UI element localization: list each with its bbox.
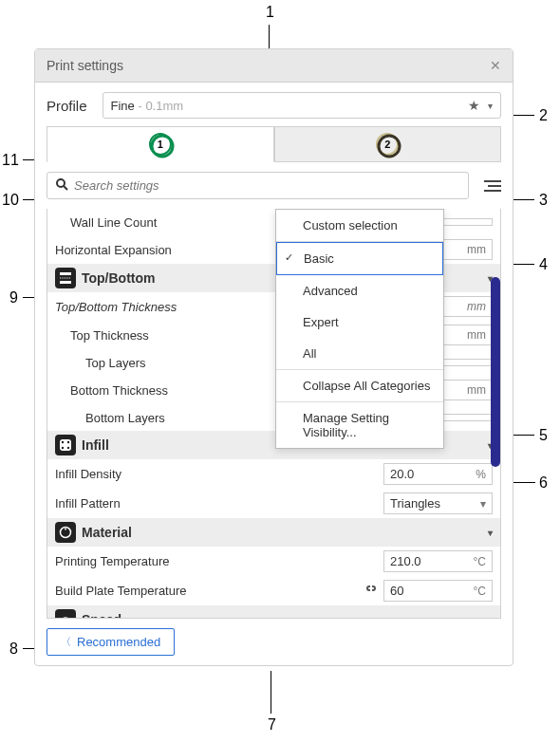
svg-rect-7 bbox=[60, 439, 71, 451]
search-row bbox=[35, 162, 513, 209]
setting-infill-pattern: Infill Pattern Triangles▾ bbox=[47, 489, 500, 518]
tab-extruder-2[interactable]: 2 bbox=[274, 126, 502, 162]
profile-label: Profile bbox=[47, 98, 87, 114]
svg-rect-4 bbox=[60, 272, 71, 275]
annotation-9: 9 bbox=[9, 289, 18, 306]
setting-printing-temp: Printing Temperature 210.0°C bbox=[47, 547, 500, 576]
profile-row: Profile Fine - 0.1mm ★ ▾ bbox=[35, 83, 513, 126]
setting-label: Build Plate Temperature bbox=[55, 584, 364, 598]
chevron-left-icon: 〈 bbox=[61, 635, 71, 649]
annotation-7: 7 bbox=[268, 716, 276, 734]
setting-input[interactable]: 60°C bbox=[383, 580, 493, 602]
setting-label: Infill Pattern bbox=[55, 496, 383, 511]
svg-rect-5 bbox=[60, 281, 71, 284]
menu-advanced[interactable]: Advanced bbox=[276, 275, 443, 306]
top-bottom-icon bbox=[55, 268, 76, 288]
print-settings-panel: Print settings ✕ Profile Fine - 0.1mm ★ … bbox=[34, 48, 513, 666]
recommended-button[interactable]: 〈 Recommended bbox=[47, 628, 175, 656]
profile-name: Fine bbox=[111, 99, 135, 113]
search-icon bbox=[55, 177, 68, 194]
settings-body: Wall Line Count Horizontal Expansion mm … bbox=[35, 209, 513, 619]
category-label: Speed bbox=[82, 612, 488, 619]
setting-label: Infill Density bbox=[55, 467, 383, 481]
link-icon[interactable] bbox=[364, 583, 378, 599]
menu-expert[interactable]: Expert bbox=[276, 306, 443, 338]
close-icon[interactable]: ✕ bbox=[490, 58, 501, 73]
tab-badge-2: 2 bbox=[384, 139, 390, 150]
svg-point-9 bbox=[67, 441, 69, 443]
menu-all[interactable]: All bbox=[276, 338, 443, 369]
annotation-8: 8 bbox=[9, 641, 18, 658]
chevron-down-icon[interactable]: ▾ bbox=[488, 615, 493, 620]
menu-manage-visibility[interactable]: Manage Setting Visibility... bbox=[276, 402, 443, 448]
annotation-6: 6 bbox=[539, 474, 548, 492]
svg-line-3 bbox=[64, 186, 67, 190]
chevron-down-icon[interactable]: ▾ bbox=[488, 528, 493, 538]
setting-plate-temp: Build Plate Temperature 60°C bbox=[47, 576, 500, 605]
panel-title: Print settings bbox=[47, 58, 123, 73]
annotation-11: 11 bbox=[2, 152, 19, 169]
menu-basic[interactable]: Basic bbox=[276, 242, 443, 275]
profile-detail: - 0.1mm bbox=[135, 99, 183, 113]
chevron-down-icon[interactable]: ▾ bbox=[488, 101, 493, 111]
svg-point-10 bbox=[62, 447, 64, 449]
setting-input[interactable]: 20.0% bbox=[383, 463, 493, 485]
footer: 〈 Recommended bbox=[35, 619, 513, 665]
annotation-2: 2 bbox=[539, 107, 548, 124]
svg-point-8 bbox=[62, 441, 64, 443]
search-box[interactable] bbox=[47, 172, 469, 199]
material-icon bbox=[55, 522, 76, 543]
extruder-tabs: 1 2 bbox=[35, 126, 513, 162]
profile-select[interactable]: Fine - 0.1mm ★ ▾ bbox=[103, 92, 501, 119]
svg-point-2 bbox=[57, 179, 65, 187]
visibility-dropdown: Custom selection Basic Advanced Expert A… bbox=[275, 209, 444, 449]
setting-input[interactable]: 210.0°C bbox=[383, 550, 493, 572]
chevron-down-icon: ▾ bbox=[480, 497, 486, 511]
svg-point-11 bbox=[67, 447, 69, 449]
annotation-1: 1 bbox=[266, 4, 274, 21]
search-input[interactable] bbox=[74, 178, 460, 193]
tab-badge-1: 1 bbox=[158, 139, 163, 150]
annotation-5: 5 bbox=[539, 427, 548, 444]
category-label: Material bbox=[82, 525, 488, 540]
annotation-4: 4 bbox=[539, 256, 548, 273]
visibility-menu-button[interactable] bbox=[478, 175, 501, 197]
tab-extruder-1[interactable]: 1 bbox=[47, 126, 274, 162]
star-icon[interactable]: ★ bbox=[468, 98, 480, 113]
recommended-label: Recommended bbox=[77, 635, 160, 649]
setting-label: Printing Temperature bbox=[55, 554, 383, 568]
category-speed[interactable]: Speed ▾ bbox=[47, 605, 500, 619]
category-material[interactable]: Material ▾ bbox=[47, 518, 500, 547]
setting-select[interactable]: Triangles▾ bbox=[383, 492, 493, 514]
infill-icon bbox=[55, 435, 76, 455]
annotation-3: 3 bbox=[539, 192, 548, 209]
setting-infill-density: Infill Density 20.0% bbox=[47, 459, 500, 489]
speed-icon bbox=[55, 609, 76, 619]
scrollbar-thumb[interactable] bbox=[491, 277, 500, 467]
annotation-10: 10 bbox=[2, 192, 19, 209]
menu-collapse-all[interactable]: Collapse All Categories bbox=[276, 370, 443, 401]
menu-custom-selection[interactable]: Custom selection bbox=[276, 210, 443, 241]
svg-point-13 bbox=[65, 529, 66, 530]
titlebar: Print settings ✕ bbox=[35, 49, 513, 83]
settings-list: Wall Line Count Horizontal Expansion mm … bbox=[47, 209, 501, 619]
